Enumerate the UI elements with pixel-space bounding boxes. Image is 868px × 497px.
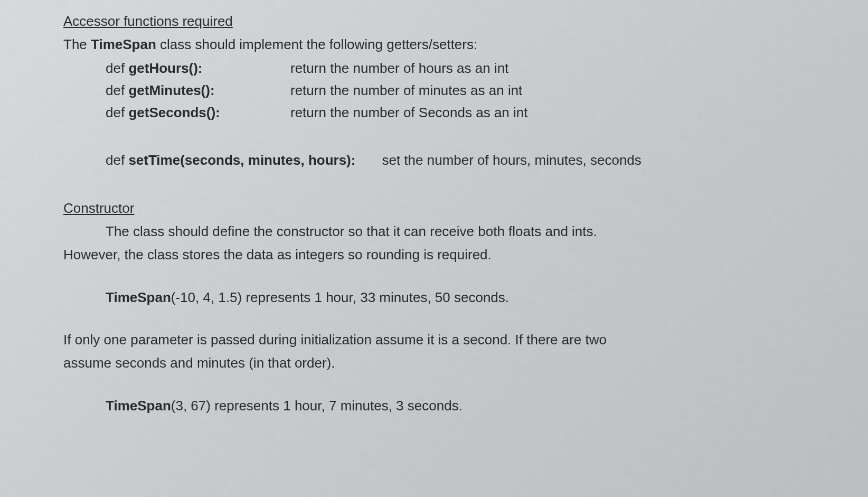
accessor-list: def getHours(): return the number of hou…: [63, 58, 836, 124]
accessor-signature: def getMinutes():: [106, 80, 290, 101]
def-keyword: def: [106, 60, 128, 76]
intro-prefix: The: [63, 36, 91, 52]
constructor-line2: However, the class stores the data as in…: [63, 244, 836, 265]
param-line1: If only one parameter is passed during i…: [63, 329, 836, 350]
accessor-description: return the number of minutes as an int: [290, 80, 836, 101]
settime-row: def setTime(seconds, minutes, hours): se…: [63, 149, 836, 171]
method-name: getSeconds():: [128, 105, 220, 120]
accessor-signature: def getSeconds():: [106, 102, 290, 123]
accessor-signature: def getHours():: [106, 58, 290, 79]
accessor-row: def getMinutes(): return the number of m…: [106, 80, 836, 101]
param-line2: assume seconds and minutes (in that orde…: [63, 352, 836, 373]
constructor-heading: Constructor: [63, 198, 836, 219]
accessor-description: return the number of Seconds as an int: [290, 102, 836, 123]
method-name: setTime(seconds, minutes, hours):: [128, 152, 355, 168]
example-rest: (-10, 4, 1.5) represents 1 hour, 33 minu…: [171, 289, 509, 305]
accessor-row: def getSeconds(): return the number of S…: [106, 102, 836, 123]
method-name: getHours():: [128, 60, 202, 76]
example-classname: TimeSpan: [106, 398, 171, 414]
intro-classname: TimeSpan: [91, 36, 156, 52]
settime-signature: def setTime(seconds, minutes, hours):: [106, 149, 355, 171]
accessor-description: return the number of hours as an int: [290, 58, 836, 79]
settime-description: set the number of hours, minutes, second…: [382, 149, 836, 171]
accessor-heading: Accessor functions required: [63, 11, 836, 32]
def-keyword: def: [106, 82, 128, 98]
constructor-section: Constructor The class should define the …: [63, 198, 836, 416]
example-2: TimeSpan(3, 67) represents 1 hour, 7 min…: [63, 395, 836, 416]
intro-suffix: class should implement the following get…: [156, 36, 477, 52]
accessor-intro: The TimeSpan class should implement the …: [63, 34, 836, 55]
example-classname: TimeSpan: [106, 289, 171, 305]
accessor-row: def getHours(): return the number of hou…: [106, 58, 836, 79]
def-keyword: def: [106, 152, 128, 168]
example-1: TimeSpan(-10, 4, 1.5) represents 1 hour,…: [63, 287, 836, 308]
example-rest: (3, 67) represents 1 hour, 7 minutes, 3 …: [171, 398, 463, 414]
def-keyword: def: [106, 105, 128, 120]
method-name: getMinutes():: [128, 82, 214, 98]
constructor-line1: The class should define the constructor …: [63, 221, 836, 242]
document-content: Accessor functions required The TimeSpan…: [21, 11, 847, 416]
